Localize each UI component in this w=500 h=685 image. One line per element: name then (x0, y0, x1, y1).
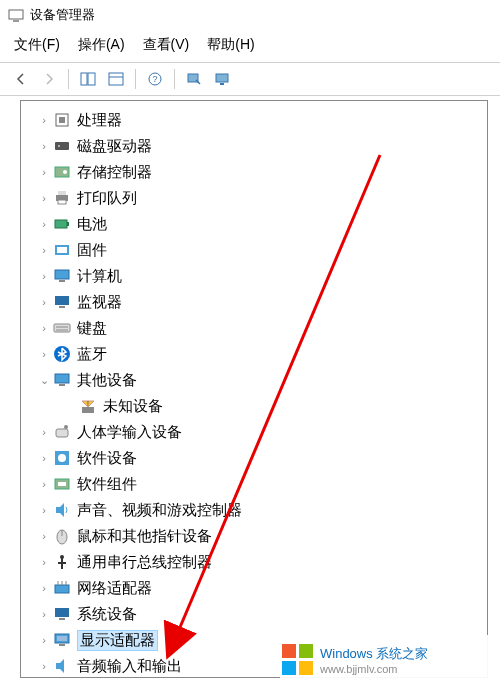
menu-view[interactable]: 查看(V) (143, 36, 190, 54)
expander-icon[interactable]: › (37, 555, 51, 569)
svg-rect-0 (9, 10, 23, 19)
firmware-icon (53, 241, 71, 259)
expander-icon[interactable]: › (37, 451, 51, 465)
menu-help[interactable]: 帮助(H) (207, 36, 254, 54)
expander-icon[interactable]: › (37, 503, 51, 517)
tree-node-other[interactable]: ⌄其他设备 (21, 367, 487, 393)
battery-icon (53, 215, 71, 233)
forward-button[interactable] (36, 67, 62, 91)
expander-icon[interactable]: › (37, 243, 51, 257)
svg-point-16 (63, 170, 67, 174)
toolbar-button-monitor[interactable] (209, 67, 235, 91)
svg-rect-24 (55, 270, 69, 279)
svg-rect-1 (13, 20, 19, 22)
expander-icon[interactable]: › (37, 321, 51, 335)
svg-text:?: ? (152, 74, 157, 84)
help-button[interactable]: ? (142, 67, 168, 91)
tree-node-bluetooth[interactable]: ›蓝牙 (21, 341, 487, 367)
watermark-title: Windows 系统之家 (320, 645, 428, 663)
toolbar-button-2[interactable] (103, 67, 129, 91)
tree-node-label: 固件 (77, 241, 107, 260)
usb-icon (53, 553, 71, 571)
tree-node-label: 其他设备 (77, 371, 137, 390)
toolbar-button-1[interactable] (75, 67, 101, 91)
expander-icon[interactable]: › (37, 477, 51, 491)
expander-icon[interactable]: › (37, 191, 51, 205)
expander-icon[interactable]: › (37, 347, 51, 361)
tree-node-disk[interactable]: ›磁盘驱动器 (21, 133, 487, 159)
mouse-icon (53, 527, 71, 545)
expander-icon[interactable]: › (37, 113, 51, 127)
tree-node-label: 音频输入和输出 (77, 657, 182, 676)
svg-rect-2 (81, 73, 87, 85)
svg-rect-9 (216, 74, 228, 82)
svg-point-37 (64, 425, 68, 429)
tree-node-unknown[interactable]: !未知设备 (21, 393, 487, 419)
hid-icon (53, 423, 71, 441)
tree-node-monitor[interactable]: ›监视器 (21, 289, 487, 315)
other-icon (53, 371, 71, 389)
svg-rect-21 (67, 222, 69, 226)
tree-node-label: 未知设备 (103, 397, 163, 416)
svg-rect-54 (57, 636, 67, 641)
tree-node-software[interactable]: ›软件设备 (21, 445, 487, 471)
app-icon (8, 7, 24, 23)
expander-icon[interactable]: ⌄ (37, 373, 51, 387)
svg-text:!: ! (87, 400, 89, 407)
tree-node-label: 鼠标和其他指针设备 (77, 527, 212, 546)
tree-node-usb[interactable]: ›通用串行总线控制器 (21, 549, 487, 575)
svg-rect-51 (55, 608, 69, 617)
expander-icon[interactable]: › (37, 295, 51, 309)
tree-node-computer[interactable]: ›计算机 (21, 263, 487, 289)
tree-node-component[interactable]: ›软件组件 (21, 471, 487, 497)
tree-node-system[interactable]: ›系统设备 (21, 601, 487, 627)
tree-node-label: 键盘 (77, 319, 107, 338)
svg-rect-57 (282, 644, 296, 658)
tree-node-cpu[interactable]: ›处理器 (21, 107, 487, 133)
tree-node-network[interactable]: ›网络适配器 (21, 575, 487, 601)
tree-node-printer[interactable]: ›打印队列 (21, 185, 487, 211)
expander-icon[interactable]: › (37, 581, 51, 595)
scan-button[interactable] (181, 67, 207, 91)
device-tree-container: ›处理器›磁盘驱动器›存储控制器›打印队列›电池›固件›计算机›监视器›键盘›蓝… (20, 100, 488, 678)
tree-node-storage[interactable]: ›存储控制器 (21, 159, 487, 185)
tree-node-audio[interactable]: ›声音、视频和游戏控制器 (21, 497, 487, 523)
svg-rect-25 (59, 280, 65, 282)
expander-icon[interactable]: › (37, 217, 51, 231)
printer-icon (53, 189, 71, 207)
network-icon (53, 579, 71, 597)
back-button[interactable] (8, 67, 34, 91)
svg-rect-12 (59, 117, 65, 123)
tree-node-label: 蓝牙 (77, 345, 107, 364)
tree-node-hid[interactable]: ›人体学输入设备 (21, 419, 487, 445)
tree-node-firmware[interactable]: ›固件 (21, 237, 487, 263)
expander-icon[interactable]: › (37, 139, 51, 153)
expander-icon[interactable]: › (37, 659, 51, 673)
expander-icon[interactable]: › (37, 529, 51, 543)
tree-node-battery[interactable]: ›电池 (21, 211, 487, 237)
svg-rect-60 (299, 661, 313, 675)
expander-icon[interactable]: › (37, 269, 51, 283)
tree-node-label: 处理器 (77, 111, 122, 130)
unknown-icon: ! (79, 397, 97, 415)
tree-node-keyboard[interactable]: ›键盘 (21, 315, 487, 341)
keyboard-icon (53, 319, 71, 337)
toolbar-separator (174, 69, 175, 89)
tree-node-label: 网络适配器 (77, 579, 152, 598)
menu-action[interactable]: 操作(A) (78, 36, 125, 54)
expander-icon[interactable]: › (37, 425, 51, 439)
audio-icon (53, 501, 71, 519)
expander-icon[interactable]: › (37, 165, 51, 179)
expander-icon[interactable]: › (37, 607, 51, 621)
tree-node-label: 电池 (77, 215, 107, 234)
expander-icon[interactable]: › (37, 633, 51, 647)
monitor-icon (53, 293, 71, 311)
tree-node-mouse[interactable]: ›鼠标和其他指针设备 (21, 523, 487, 549)
svg-rect-41 (58, 482, 66, 486)
expander-icon[interactable] (63, 399, 77, 413)
audioio-icon (53, 657, 71, 675)
menu-file[interactable]: 文件(F) (14, 36, 60, 54)
tree-node-label: 通用串行总线控制器 (77, 553, 212, 572)
watermark: Windows 系统之家 www.bjjmlv.com (280, 635, 500, 685)
svg-rect-59 (282, 661, 296, 675)
